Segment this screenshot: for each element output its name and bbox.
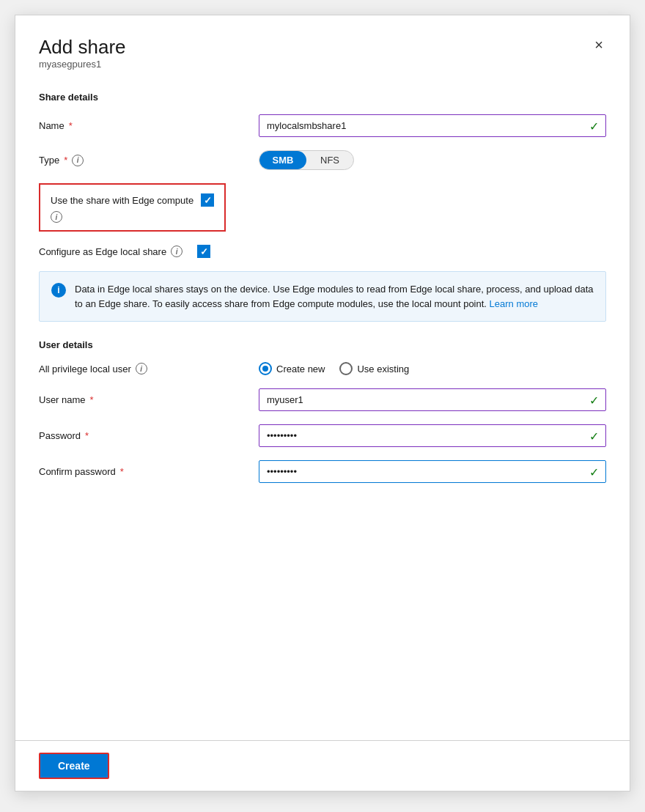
password-input[interactable] xyxy=(259,424,606,447)
nfs-option[interactable]: NFS xyxy=(306,151,353,169)
create-button[interactable]: Create xyxy=(39,753,109,779)
info-box-text: Data in Edge local shares stays on the d… xyxy=(75,282,594,311)
name-label: Name * xyxy=(39,120,259,131)
confirm-password-label: Confirm password * xyxy=(39,466,259,477)
edge-compute-section: Use the share with Edge compute i xyxy=(39,183,226,232)
confirm-password-input[interactable] xyxy=(259,460,606,483)
close-button[interactable]: × xyxy=(591,34,606,55)
add-share-dialog: Add share myasegpures1 × Share details N… xyxy=(15,15,630,791)
use-existing-radio[interactable]: Use existing xyxy=(339,362,409,375)
username-check-icon: ✓ xyxy=(589,393,599,407)
edge-compute-checkbox[interactable] xyxy=(201,193,214,207)
password-check-icon: ✓ xyxy=(589,429,599,443)
name-check-icon: ✓ xyxy=(589,119,599,133)
edge-compute-info-icon: i xyxy=(51,211,62,223)
name-input-wrapper: ✓ xyxy=(259,114,606,137)
confirm-password-row: Confirm password * ✓ xyxy=(39,460,606,483)
create-new-radio-circle xyxy=(259,362,272,375)
radio-group-wrapper: Create new Use existing xyxy=(259,362,606,375)
edge-local-info-icon: i xyxy=(171,246,183,257)
type-row: Type * i SMB NFS xyxy=(39,150,606,170)
type-label: Type * i xyxy=(39,155,259,166)
name-row: Name * ✓ xyxy=(39,114,606,137)
edge-compute-label: Use the share with Edge compute xyxy=(51,195,194,206)
dialog-title: Add share xyxy=(39,36,126,59)
name-required-star: * xyxy=(69,120,73,131)
share-details-section-title: Share details xyxy=(39,92,606,103)
password-label: Password * xyxy=(39,430,259,441)
dialog-subtitle: myasegpures1 xyxy=(39,59,126,70)
confirm-password-required-star: * xyxy=(120,466,124,477)
username-row: User name * ✓ xyxy=(39,388,606,411)
user-details-section-title: User details xyxy=(39,339,606,350)
username-input[interactable] xyxy=(259,388,606,411)
password-row: Password * ✓ xyxy=(39,424,606,447)
info-box: i Data in Edge local shares stays on the… xyxy=(39,271,606,322)
password-input-wrapper: ✓ xyxy=(259,424,606,447)
info-box-icon: i xyxy=(51,283,66,298)
type-toggle-group[interactable]: SMB NFS xyxy=(259,150,354,170)
confirm-password-check-icon: ✓ xyxy=(589,465,599,479)
username-required-star: * xyxy=(90,394,94,405)
all-privilege-info-icon: i xyxy=(136,363,147,374)
radio-group: Create new Use existing xyxy=(259,362,606,375)
name-input[interactable] xyxy=(259,114,606,137)
use-existing-radio-circle xyxy=(339,362,353,375)
smb-option[interactable]: SMB xyxy=(259,151,306,169)
edge-local-label: Configure as Edge local share i xyxy=(39,246,183,257)
confirm-password-input-wrapper: ✓ xyxy=(259,460,606,483)
type-required-star: * xyxy=(64,155,67,166)
edge-local-row: Configure as Edge local share i xyxy=(39,245,606,258)
all-privilege-label: All privilege local user i xyxy=(39,363,259,374)
edge-local-checkbox[interactable] xyxy=(197,245,210,258)
all-privilege-row: All privilege local user i Create new Us… xyxy=(39,362,606,375)
create-new-radio[interactable]: Create new xyxy=(259,362,325,375)
edge-compute-row: Use the share with Edge compute xyxy=(51,193,214,207)
learn-more-link[interactable]: Learn more xyxy=(490,298,538,309)
type-info-icon: i xyxy=(72,155,84,166)
password-required-star: * xyxy=(85,430,89,441)
username-label: User name * xyxy=(39,394,259,405)
type-toggle-wrapper: SMB NFS xyxy=(259,150,606,170)
dialog-header: Add share myasegpures1 × xyxy=(39,36,606,87)
username-input-wrapper: ✓ xyxy=(259,388,606,411)
dialog-footer: Create xyxy=(15,740,630,791)
